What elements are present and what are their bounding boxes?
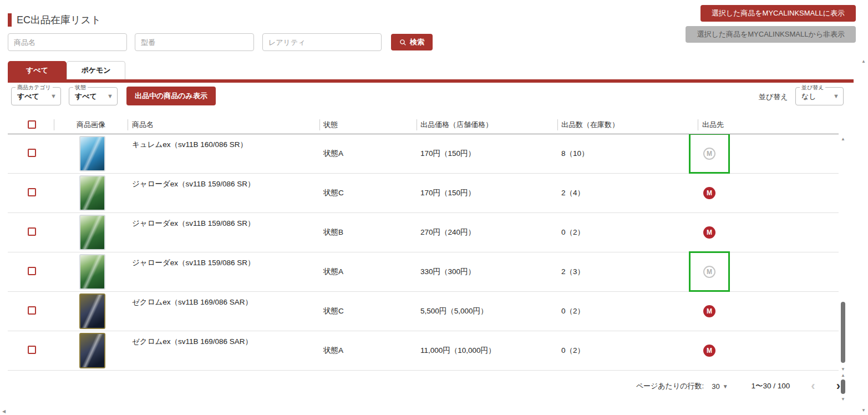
condition-value: 状態C xyxy=(323,174,344,212)
table-row: キュレムex（sv11B 160/086 SR） 状態A 170円（150円） … xyxy=(8,134,839,174)
scrollbar-thumb[interactable] xyxy=(841,302,845,363)
price-value: 170円（150円） xyxy=(420,134,475,173)
page-title: EC出品在庫リスト xyxy=(17,13,101,27)
scroll-down-icon[interactable]: ▼ xyxy=(840,367,846,372)
search-button-label: 検索 xyxy=(410,37,424,47)
pagination-range: 1〜30 / 100 xyxy=(752,381,790,391)
listed-only-button[interactable]: 出品中の商品のみ表示 xyxy=(126,87,216,105)
condition-select[interactable]: 状態 すべて ▼ xyxy=(69,87,118,105)
condition-value: 状態A xyxy=(323,252,343,291)
price-value: 330円（300円） xyxy=(420,252,475,291)
mycalinksmall-destination-icon[interactable]: M xyxy=(703,148,715,160)
scrollbar-thumb[interactable] xyxy=(841,379,845,394)
chevron-down-icon: ▼ xyxy=(833,93,839,99)
quantity-value: 0（2） xyxy=(561,213,585,252)
price-value: 11,000円（10,000円） xyxy=(420,331,496,370)
pagination: ページあたりの行数: 30 ▼ 1〜30 / 100 ‹ › xyxy=(636,377,840,395)
chevron-down-icon: ▼ xyxy=(107,93,113,99)
table-row: ゼクロムex（sv11B 169/086 SAR） 状態C 5,500円（5,0… xyxy=(8,292,839,331)
table-row: ゼクロムex（sv11B 169/086 SAR） 状態A 11,000円（10… xyxy=(8,331,839,371)
tab-underline-bar xyxy=(8,79,854,83)
title-accent-bar xyxy=(8,13,12,27)
condition-value: 状態C xyxy=(323,292,344,331)
quantity-value: 2（4） xyxy=(561,174,585,212)
product-name: キュレムex（sv11B 160/086 SR） xyxy=(132,140,247,150)
search-icon xyxy=(399,39,407,46)
scroll-up-icon[interactable]: ▲ xyxy=(840,373,846,378)
column-header-destination: 出品先 xyxy=(702,115,724,134)
mycalinksmall-destination-icon[interactable]: M xyxy=(703,345,715,357)
card-thumbnail-image[interactable] xyxy=(79,293,105,329)
card-thumbnail-image[interactable] xyxy=(79,333,105,368)
column-header-condition: 状態 xyxy=(323,115,338,134)
tab-all[interactable]: すべて xyxy=(8,61,67,79)
condition-select-value: すべて xyxy=(75,88,97,105)
model-number-input[interactable] xyxy=(135,33,254,51)
sort-select[interactable]: 並び替え なし ▼ xyxy=(795,87,844,105)
column-header-name: 商品名 xyxy=(132,115,154,134)
product-name: ジャローダex（sv11B 159/086 SR） xyxy=(132,219,255,229)
card-thumbnail-image[interactable] xyxy=(79,215,105,250)
chevron-down-icon[interactable]: ▼ xyxy=(723,383,728,389)
search-button[interactable]: 検索 xyxy=(391,34,433,50)
product-name: ジャローダex（sv11B 159/086 SR） xyxy=(132,179,255,189)
hide-from-mycalinksmall-button[interactable]: 選択した商品をMYCALINKSMALLから非表示 xyxy=(686,26,856,43)
row-checkbox[interactable] xyxy=(28,306,36,315)
condition-value: 状態B xyxy=(323,213,343,252)
column-header-quantity: 出品数（在庫数） xyxy=(561,115,619,134)
table-body: キュレムex（sv11B 160/086 SR） 状態A 170円（150円） … xyxy=(8,134,839,376)
table-row: ジャローダex（sv11B 159/086 SR） 状態B 270円（240円）… xyxy=(8,213,839,252)
product-name: ゼクロムex（sv11B 169/086 SAR） xyxy=(132,297,252,307)
page-title-row: EC出品在庫リスト xyxy=(8,13,101,27)
mycalinksmall-destination-icon[interactable]: M xyxy=(703,305,715,317)
row-checkbox[interactable] xyxy=(28,346,36,354)
tab-pokemon[interactable]: ポケモン xyxy=(67,61,125,79)
sort-caption: 並び替え xyxy=(759,92,788,102)
scroll-down-icon[interactable]: ▼ xyxy=(840,397,846,402)
product-name: ゼクロムex（sv11B 169/086 SAR） xyxy=(132,337,252,347)
category-select-value: すべて xyxy=(17,88,39,105)
condition-value: 状態A xyxy=(323,134,343,173)
quantity-value: 0（2） xyxy=(561,331,585,370)
product-name: ジャローダex（sv11B 159/086 SR） xyxy=(132,258,255,268)
column-header-price: 出品価格（店舗価格） xyxy=(420,115,493,134)
mycalinksmall-destination-icon[interactable]: M xyxy=(703,266,715,278)
table-header: 商品画像 商品名 状態 出品価格（店舗価格） 出品数（在庫数） 出品先 xyxy=(8,115,839,134)
row-checkbox[interactable] xyxy=(28,188,36,196)
column-header-image: 商品画像 xyxy=(77,115,105,134)
rows-per-page-label: ページあたりの行数: xyxy=(636,381,704,391)
quantity-value: 0（2） xyxy=(561,292,585,331)
row-checkbox[interactable] xyxy=(28,267,36,275)
outer-vertical-scrollbar[interactable]: ▲ ▼ xyxy=(860,59,867,413)
scroll-up-icon[interactable]: ▲ xyxy=(860,59,867,64)
panel-vertical-scrollbar[interactable]: ▲ ▼ xyxy=(840,373,846,402)
rows-per-page-value[interactable]: 30 xyxy=(712,382,719,391)
select-all-checkbox[interactable] xyxy=(28,120,36,129)
card-thumbnail-image[interactable] xyxy=(79,254,105,290)
show-on-mycalinksmall-button[interactable]: 選択した商品をMYCALINKSMALLに表示 xyxy=(701,5,856,22)
scroll-down-icon[interactable]: ▼ xyxy=(860,408,867,413)
table-vertical-scrollbar[interactable]: ▲ ▼ xyxy=(840,136,846,372)
table-row: ジャローダex（sv11B 159/086 SR） 状態A 330円（300円）… xyxy=(8,252,839,292)
quantity-value: 8（10） xyxy=(561,134,589,173)
scroll-up-icon[interactable]: ▲ xyxy=(840,136,846,141)
chevron-down-icon: ▼ xyxy=(50,93,57,99)
mycalinksmall-destination-icon[interactable]: M xyxy=(703,226,715,239)
rarity-input[interactable] xyxy=(262,33,382,51)
card-thumbnail-image[interactable] xyxy=(79,136,105,171)
quantity-value: 2（3） xyxy=(561,252,585,291)
price-value: 170円（150円） xyxy=(420,174,475,212)
price-value: 5,500円（5,000円） xyxy=(420,292,488,331)
category-select[interactable]: 商品カテゴリ すべて ▼ xyxy=(11,87,61,105)
row-checkbox[interactable] xyxy=(28,149,36,157)
scroll-left-icon[interactable]: ◀ xyxy=(2,409,6,414)
product-name-input[interactable] xyxy=(8,33,127,51)
table-row: ジャローダex（sv11B 159/086 SR） 状態C 170円（150円）… xyxy=(8,174,839,213)
row-checkbox[interactable] xyxy=(28,227,36,236)
previous-page-button[interactable]: ‹ xyxy=(811,380,815,392)
card-thumbnail-image[interactable] xyxy=(79,175,105,211)
ec-inventory-page: EC出品在庫リスト 選択した商品をMYCALINKSMALLに表示 選択した商品… xyxy=(0,0,868,415)
mycalinksmall-destination-icon[interactable]: M xyxy=(703,187,715,199)
sort-select-value: なし xyxy=(801,88,816,105)
condition-value: 状態A xyxy=(323,331,343,370)
